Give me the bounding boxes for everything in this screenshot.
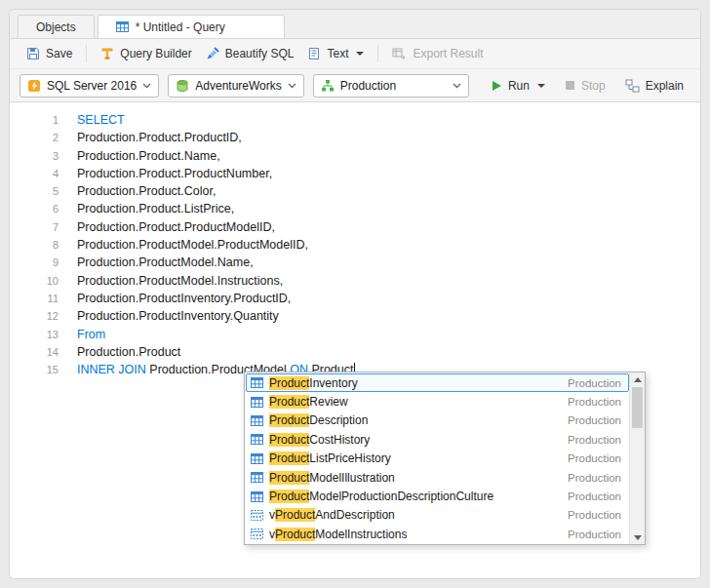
code-text: Production.Product bbox=[59, 343, 180, 361]
export-result-button[interactable]: Export Result bbox=[385, 43, 490, 64]
code-line[interactable]: 8Production.ProductModel.ProductModelID, bbox=[10, 236, 700, 254]
table-icon bbox=[116, 20, 129, 33]
object-name: ProductModelIllustration bbox=[269, 471, 395, 485]
autocomplete-item[interactable]: ProductCostHistoryProduction bbox=[246, 430, 629, 449]
match-highlight: Product bbox=[269, 395, 309, 409]
tab-query[interactable]: * Untitled - Query bbox=[98, 15, 285, 38]
code-text: SELECT bbox=[59, 111, 125, 129]
line-number: 5 bbox=[10, 182, 59, 200]
stop-icon bbox=[565, 80, 575, 91]
database-icon bbox=[176, 79, 189, 93]
code-line[interactable]: 12Production.ProductInventory.Quantity bbox=[10, 307, 700, 325]
schema-name: Production bbox=[558, 434, 621, 446]
line-number: 14 bbox=[10, 343, 59, 361]
schema-select[interactable]: Production bbox=[313, 74, 469, 98]
table-icon bbox=[251, 376, 263, 389]
chevron-down-icon bbox=[142, 83, 151, 89]
code-text: From bbox=[59, 326, 105, 343]
autocomplete-item[interactable]: ProductDescriptionProduction bbox=[246, 412, 629, 430]
scroll-down-arrow[interactable] bbox=[630, 530, 645, 544]
text-mode-label: Text bbox=[327, 47, 348, 60]
app-window: Objects * Untitled - Query Save Query Bu… bbox=[9, 9, 701, 579]
chevron-down-icon bbox=[453, 83, 461, 89]
autocomplete-item[interactable]: ProductReviewProduction bbox=[246, 392, 629, 411]
run-icon bbox=[491, 80, 502, 92]
autocomplete-item[interactable]: ProductInventoryProduction bbox=[246, 373, 629, 392]
explain-button[interactable]: Explain bbox=[618, 75, 690, 97]
code-line[interactable]: 7Production.Product.ProductModelID, bbox=[10, 218, 700, 236]
explain-label: Explain bbox=[646, 79, 684, 93]
tab-objects[interactable]: Objects bbox=[18, 15, 95, 38]
tab-bar: Objects * Untitled - Query bbox=[10, 10, 700, 39]
run-button[interactable]: Run bbox=[484, 75, 552, 97]
database-select[interactable]: AdventureWorks bbox=[168, 74, 303, 98]
text-document-icon bbox=[307, 47, 321, 60]
database-select-value: AdventureWorks bbox=[195, 79, 281, 93]
save-button[interactable]: Save bbox=[20, 43, 79, 64]
code-text: Production.ProductModel.ProductModelID, bbox=[59, 236, 308, 254]
connection-select[interactable]: SQL Server 2016 bbox=[20, 74, 159, 98]
main-toolbar: Save Query Builder Beautify SQL Text bbox=[10, 39, 700, 69]
schema-name: Production bbox=[558, 490, 621, 502]
chevron-down-icon bbox=[537, 84, 545, 88]
code-line[interactable]: 14Production.Product bbox=[10, 343, 700, 361]
autocomplete-item[interactable]: ProductModelIllustrationProduction bbox=[246, 468, 629, 487]
code-text: Production.ProductInventory.Quantity bbox=[59, 307, 279, 325]
code-text: Production.Product.ProductID, bbox=[59, 129, 242, 146]
line-number: 10 bbox=[10, 272, 59, 290]
autocomplete-item[interactable]: ProductModelProductionDescriptionCulture… bbox=[246, 487, 629, 505]
object-name: ProductInventory bbox=[269, 376, 358, 390]
line-number: 15 bbox=[10, 361, 59, 378]
line-number: 7 bbox=[10, 218, 59, 236]
tab-objects-label: Objects bbox=[36, 20, 76, 34]
code-line[interactable]: 4Production.Product.ProductNumber, bbox=[10, 165, 700, 182]
code-line[interactable]: 5Production.Product.Color, bbox=[10, 182, 700, 200]
match-highlight: Product bbox=[275, 508, 315, 522]
beautify-sql-button[interactable]: Beautify SQL bbox=[199, 43, 301, 64]
code-line[interactable]: 13From bbox=[10, 326, 700, 343]
stop-button[interactable]: Stop bbox=[558, 75, 612, 97]
table-icon bbox=[251, 471, 263, 484]
line-number: 3 bbox=[10, 147, 59, 165]
code-line[interactable]: 9Production.ProductModel.Name, bbox=[10, 254, 700, 271]
code-line[interactable]: 2Production.Product.ProductID, bbox=[10, 129, 700, 146]
autocomplete-scrollbar[interactable] bbox=[629, 372, 645, 544]
scroll-up-arrow[interactable] bbox=[630, 372, 645, 386]
toolbar-separator bbox=[377, 45, 378, 62]
scrollbar-thumb[interactable] bbox=[632, 387, 643, 428]
code-text: Production.ProductModel.Name, bbox=[59, 254, 254, 271]
code-text: Production.Product.Name, bbox=[59, 147, 220, 165]
table-icon bbox=[251, 490, 263, 503]
table-icon bbox=[251, 433, 263, 446]
code-line[interactable]: 1SELECT bbox=[10, 111, 700, 129]
match-highlight: Product bbox=[269, 490, 309, 503]
object-name: ProductCostHistory bbox=[269, 433, 370, 447]
schema-select-value: Production bbox=[340, 79, 447, 93]
line-number: 2 bbox=[10, 129, 59, 146]
code-line[interactable]: 10Production.ProductModel.Instructions, bbox=[10, 272, 700, 290]
code-area: 1SELECT2Production.Product.ProductID,3Pr… bbox=[10, 111, 700, 378]
code-line[interactable]: 6Production.Product.ListPrice, bbox=[10, 200, 700, 217]
line-number: 8 bbox=[10, 236, 59, 254]
chevron-down-icon bbox=[288, 83, 296, 89]
autocomplete-item[interactable]: vProductModelInstructionsProduction bbox=[246, 525, 629, 543]
code-text: Production.Product.Color, bbox=[59, 182, 216, 200]
table-icon bbox=[251, 452, 263, 465]
save-label: Save bbox=[46, 47, 72, 60]
line-number: 13 bbox=[10, 326, 59, 343]
export-result-label: Export Result bbox=[413, 47, 483, 60]
autocomplete-item[interactable]: ProductListPriceHistoryProduction bbox=[246, 450, 629, 468]
text-mode-button[interactable]: Text bbox=[300, 43, 371, 64]
autocomplete-item[interactable]: vProductAndDescriptionProduction bbox=[246, 506, 629, 525]
query-builder-button[interactable]: Query Builder bbox=[94, 43, 198, 64]
view-icon bbox=[251, 528, 263, 540]
code-line[interactable]: 11Production.ProductInventory.ProductID, bbox=[10, 290, 700, 307]
schema-icon bbox=[321, 79, 335, 93]
schema-name: Production bbox=[558, 509, 621, 521]
sql-editor[interactable]: 1SELECT2Production.Product.ProductID,3Pr… bbox=[10, 102, 700, 578]
beautify-sql-label: Beautify SQL bbox=[225, 47, 295, 60]
code-line[interactable]: 3Production.Product.Name, bbox=[10, 147, 700, 165]
schema-name: Production bbox=[558, 396, 621, 408]
object-name: ProductReview bbox=[269, 395, 348, 409]
beautify-sql-icon bbox=[206, 47, 219, 60]
